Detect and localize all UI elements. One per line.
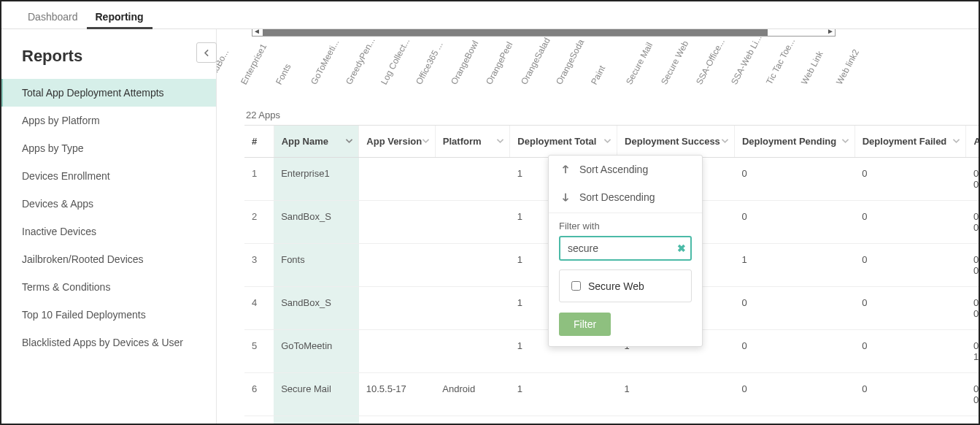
col-app-name[interactable]: App Name (274, 126, 359, 158)
sidebar-item[interactable]: Apps by Platform (1, 107, 216, 134)
col-deployment-total[interactable]: Deployment Total (510, 126, 617, 158)
sidebar-item[interactable]: Devices Enrollment (1, 162, 216, 190)
chart-axis-label: Web link2 (834, 50, 860, 86)
cell-number: 1 (244, 158, 274, 201)
col-deployment-pending-label: Deployment Pending (742, 136, 836, 147)
col-available[interactable]: Available (966, 126, 979, 158)
cell-app-name: Fonts (274, 244, 359, 287)
chevron-down-icon[interactable] (421, 136, 431, 148)
table-row[interactable]: 7GreedyPenguinsWindows Mobile110003.10.2… (244, 416, 979, 424)
col-available-label: Available (973, 136, 979, 147)
chart-axis-labels: SandBo...Enterprise1FontsGoToMeeti...Gre… (252, 29, 979, 105)
chevron-down-icon[interactable] (495, 136, 505, 148)
filter-input[interactable] (559, 236, 692, 261)
cell-platform (435, 287, 510, 330)
chart-axis-label: Secure Web (659, 50, 684, 86)
clear-input-icon[interactable]: ✖ (677, 242, 686, 254)
filter-option-checkbox[interactable] (571, 281, 581, 291)
chart-axis-label: SSA-Office... (694, 50, 719, 86)
cell-deployment-failed: 0 (854, 244, 966, 287)
cell-app-name: SandBox_S (274, 287, 359, 330)
top-tabs: Dashboard Reporting (1, 1, 979, 29)
arrow-up-icon (559, 163, 572, 176)
col-number[interactable]: # (244, 126, 274, 158)
cell-app-version (359, 416, 436, 424)
filter-with-label: Filter with (549, 215, 702, 236)
chevron-down-icon[interactable] (344, 136, 354, 148)
col-platform[interactable]: Platform (435, 126, 510, 158)
sidebar-item[interactable]: Devices & Apps (1, 190, 216, 218)
cell-deployment-failed: 0 (854, 287, 966, 330)
cell-deployment-pending: 0 (734, 158, 854, 201)
chart-axis-label: Enterprise1 (239, 50, 264, 86)
arrow-down-icon (559, 191, 572, 204)
sidebar-item[interactable]: Total App Deployment Attempts (1, 79, 216, 107)
chart-axis-label: OrangeBowl (449, 50, 474, 86)
tab-reporting[interactable]: Reporting (87, 4, 153, 28)
cell-app-name: Enterprise1 (274, 158, 359, 201)
sidebar: Reports Total App Deployment AttemptsApp… (1, 29, 217, 424)
col-platform-label: Platform (443, 136, 482, 147)
apps-count: 22 Apps (246, 110, 979, 120)
chart-axis-label: Log Collect... (379, 50, 404, 86)
cell-number: 4 (244, 287, 274, 330)
sort-ascending-option[interactable]: Sort Ascending (549, 156, 702, 183)
sidebar-item[interactable]: Apps by Type (1, 134, 216, 162)
cell-number: 3 (244, 244, 274, 287)
table-row[interactable]: 6Secure Mail10.5.5-17Android110003.10.20… (244, 373, 979, 416)
col-deployment-pending[interactable]: Deployment Pending (734, 126, 854, 158)
cell-available: 03.10.201 09:10:10 (966, 158, 979, 201)
cell-available: 03.10.201 09:45:07 (966, 244, 979, 287)
cell-app-name: GoToMeetin (274, 330, 359, 373)
col-deployment-success[interactable]: Deployment Success (617, 126, 735, 158)
col-app-name-label: App Name (282, 136, 328, 147)
chart-axis-label: Office365 ... (414, 50, 439, 86)
chevron-down-icon[interactable] (603, 136, 612, 148)
cell-deployment-success: 1 (617, 416, 735, 424)
cell-deployment-pending: 0 (734, 287, 854, 330)
sidebar-collapse-button[interactable] (196, 42, 217, 63)
col-deployment-failed-label: Deployment Failed (863, 136, 947, 147)
cell-platform: Android (435, 373, 510, 416)
cell-deployment-total: 1 (510, 373, 617, 416)
chart-axis-label: Paint (589, 50, 614, 86)
sidebar-item[interactable]: Jailbroken/Rooted Devices (1, 245, 216, 273)
cell-available: 03.10.201 08:38:40 (966, 287, 979, 330)
cell-number: 6 (244, 373, 274, 416)
filter-option-secure-web[interactable]: Secure Web (559, 269, 692, 302)
chart-axis-label: Web Link (799, 50, 825, 86)
sidebar-item[interactable]: Terms & Conditions (1, 273, 216, 301)
chart-axis-label: Tic Tac Toe... (764, 50, 790, 86)
col-deployment-success-label: Deployment Success (625, 136, 720, 147)
cell-app-version (359, 158, 436, 201)
sidebar-item[interactable]: Blacklisted Apps by Devices & User (1, 329, 216, 356)
cell-app-version (359, 287, 436, 330)
sort-descending-label: Sort Descending (579, 191, 655, 203)
col-number-label: # (252, 136, 257, 147)
cell-available: 03.10.201 08:32:28 (966, 373, 979, 416)
cell-platform (435, 244, 510, 287)
col-deployment-failed[interactable]: Deployment Failed (854, 126, 966, 158)
cell-deployment-pending: 1 (734, 244, 854, 287)
filter-button[interactable]: Filter (559, 313, 611, 336)
sidebar-item[interactable]: Top 10 Failed Deployments (1, 301, 216, 329)
tab-dashboard[interactable]: Dashboard (19, 4, 87, 28)
col-app-version[interactable]: App Version (359, 126, 436, 158)
sidebar-title: Reports (22, 47, 216, 66)
chart-axis-label: GreedyPen... (344, 50, 369, 86)
cell-available: 03.10.201 08:38:40 (966, 201, 979, 244)
sort-descending-option[interactable]: Sort Descending (549, 183, 702, 211)
cell-platform: Windows Mobile (435, 416, 510, 424)
chart-axis-label: GoToMeeti... (309, 50, 334, 86)
chevron-down-icon[interactable] (720, 136, 730, 148)
cell-number: 2 (244, 201, 274, 244)
chart-axis-label: OrangePeel (484, 50, 509, 86)
cell-deployment-success: 1 (617, 373, 735, 416)
sidebar-item[interactable]: Inactive Devices (1, 218, 216, 245)
chevron-down-icon[interactable] (841, 136, 850, 148)
cell-deployment-pending: 0 (734, 201, 854, 244)
cell-app-name: Secure Mail (274, 373, 359, 416)
cell-deployment-total: 1 (510, 416, 617, 424)
chevron-down-icon[interactable] (952, 136, 961, 148)
cell-number: 7 (244, 416, 274, 424)
